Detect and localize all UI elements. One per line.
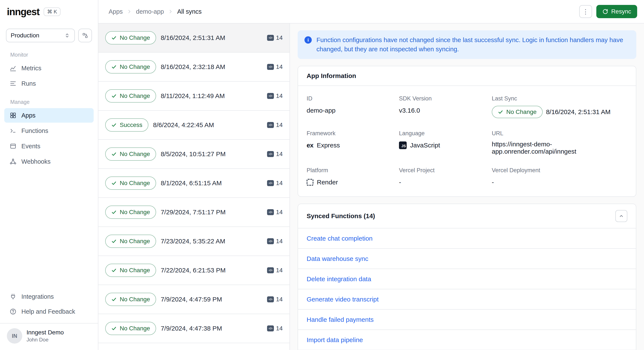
function-count-value: 14 bbox=[276, 209, 283, 216]
plug-icon bbox=[10, 293, 17, 300]
field-label: SDK Version bbox=[399, 95, 488, 102]
function-count-badge: </> 14 bbox=[267, 209, 283, 216]
synced-function-link[interactable]: Create chat completion bbox=[306, 235, 373, 242]
field-value: No Change 8/16/2024, 2:51:31 AM bbox=[492, 106, 627, 118]
environments-button[interactable] bbox=[78, 29, 92, 42]
sidebar-item-label: Webhooks bbox=[22, 158, 51, 165]
command-k-shortcut[interactable]: ⌘ K bbox=[44, 7, 60, 16]
sync-status-label: No Change bbox=[120, 296, 150, 303]
sync-row[interactable]: No Change 7/29/2024, 7:51:17 PM </> 14 bbox=[98, 198, 290, 227]
sidebar-item-integrations[interactable]: Integrations bbox=[4, 289, 94, 304]
synced-functions-card: Synced Functions (14) Create chat comple… bbox=[298, 204, 636, 350]
field-label: URL bbox=[492, 130, 627, 137]
check-icon bbox=[111, 239, 117, 244]
function-count-icon: </> bbox=[267, 35, 274, 41]
function-count-icon: </> bbox=[267, 122, 274, 128]
function-count-icon: </> bbox=[267, 180, 274, 186]
sync-row[interactable]: Success 8/6/2024, 4:22:45 AM </> 14 bbox=[98, 111, 290, 140]
check-icon bbox=[111, 297, 117, 302]
check-icon bbox=[111, 151, 117, 157]
topbar: Apps demo-app All syncs ⋮ Resy bbox=[98, 0, 644, 23]
synced-function-link[interactable]: Data warehouse sync bbox=[306, 255, 368, 262]
sync-detail-pane: i Function configurations have not chang… bbox=[290, 23, 644, 350]
sync-timestamp: 7/29/2024, 7:51:17 PM bbox=[161, 209, 226, 216]
sync-timestamp: 8/5/2024, 10:51:27 PM bbox=[161, 150, 226, 158]
question-circle-icon bbox=[10, 308, 17, 315]
sync-timestamp: 7/9/2024, 4:47:38 PM bbox=[161, 325, 222, 332]
sync-row[interactable]: No Change 7/9/2024, 4:09:07 PM </> 14 bbox=[98, 343, 290, 350]
sync-row[interactable]: No Change 8/16/2024, 2:51:31 AM </> 14 bbox=[98, 23, 290, 52]
synced-function-link[interactable]: Delete integration data bbox=[306, 275, 371, 283]
function-count-value: 14 bbox=[276, 296, 283, 303]
field-label: Last Sync bbox=[492, 95, 627, 102]
sidebar-item-label: Runs bbox=[22, 80, 36, 87]
app-information-grid: ID demo-app SDK Version v3.16.0 Last Syn… bbox=[298, 86, 636, 196]
sidebar-item-runs[interactable]: Runs bbox=[4, 76, 94, 91]
function-count-badge: </> 14 bbox=[267, 325, 283, 332]
field-vercel-project: Vercel Project - bbox=[399, 167, 488, 187]
synced-function-link[interactable]: Generate video transcript bbox=[306, 296, 379, 303]
sync-row[interactable]: No Change 8/5/2024, 10:51:27 PM </> 14 bbox=[98, 140, 290, 169]
express-icon: ex bbox=[306, 142, 313, 149]
field-value: - bbox=[399, 178, 488, 187]
function-count-badge: </> 14 bbox=[267, 267, 283, 274]
resync-button-label: Resync bbox=[611, 8, 631, 15]
synced-function-row: Delete integration data bbox=[298, 269, 636, 289]
collapse-button[interactable] bbox=[615, 210, 627, 222]
sync-status-badge: No Change bbox=[105, 89, 156, 103]
sidebar-item-apps[interactable]: Apps bbox=[4, 108, 94, 123]
last-sync-status-label: No Change bbox=[506, 108, 537, 115]
monitor-section-label: Monitor bbox=[0, 44, 98, 60]
environment-select-value: Production bbox=[11, 32, 39, 39]
field-framework: Framework ex Express bbox=[306, 130, 395, 155]
synced-function-row: Data warehouse sync bbox=[298, 249, 636, 269]
sync-status-label: No Change bbox=[120, 34, 150, 41]
sync-row[interactable]: No Change 7/9/2024, 4:47:38 PM </> 14 bbox=[98, 314, 290, 343]
info-icon: i bbox=[304, 36, 312, 43]
breadcrumb-apps[interactable]: Apps bbox=[108, 8, 123, 15]
field-label: Vercel Project bbox=[399, 167, 488, 174]
sync-row[interactable]: No Change 8/11/2024, 1:12:49 AM </> 14 bbox=[98, 82, 290, 111]
sidebar-item-events[interactable]: Events bbox=[4, 139, 94, 153]
function-count-value: 14 bbox=[276, 63, 283, 70]
events-window-icon bbox=[10, 142, 17, 150]
sidebar-item-functions[interactable]: Functions bbox=[4, 123, 94, 138]
function-count-value: 14 bbox=[276, 267, 283, 274]
check-icon bbox=[111, 180, 117, 186]
field-vercel-deployment: Vercel Deployment - bbox=[492, 167, 627, 187]
sync-row[interactable]: No Change 8/1/2024, 6:51:15 AM </> 14 bbox=[98, 169, 290, 198]
apps-grid-icon bbox=[10, 112, 17, 119]
breadcrumb-demo-app[interactable]: demo-app bbox=[136, 8, 164, 15]
sidebar-footer: Integrations Help and Feedback IN Innges… bbox=[0, 289, 98, 350]
sidebar-item-webhooks[interactable]: Webhooks bbox=[4, 154, 94, 169]
sync-row[interactable]: No Change 7/9/2024, 4:47:59 PM </> 14 bbox=[98, 285, 290, 314]
synced-function-link[interactable]: Handle failed payments bbox=[306, 316, 374, 323]
language-value: JavaScript bbox=[410, 142, 440, 149]
function-count-badge: </> 14 bbox=[267, 180, 283, 187]
sync-row[interactable]: No Change 8/16/2024, 2:32:18 AM </> 14 bbox=[98, 52, 290, 82]
sync-status-label: No Change bbox=[120, 238, 150, 245]
sidebar-item-metrics[interactable]: Metrics bbox=[4, 61, 94, 75]
sidebar-item-label: Metrics bbox=[22, 65, 41, 72]
function-count-value: 14 bbox=[276, 325, 283, 332]
sync-row[interactable]: No Change 7/23/2024, 5:35:22 AM </> 14 bbox=[98, 227, 290, 256]
last-sync-status-badge: No Change bbox=[492, 106, 543, 118]
user-subname: John Doe bbox=[26, 337, 64, 343]
sync-timestamp: 8/11/2024, 1:12:49 AM bbox=[161, 92, 225, 100]
sidebar-item-help[interactable]: Help and Feedback bbox=[4, 304, 94, 319]
refresh-icon bbox=[602, 8, 608, 14]
synced-function-link[interactable]: Import data pipeline bbox=[306, 336, 363, 343]
more-options-button[interactable]: ⋮ bbox=[579, 5, 592, 18]
sync-row[interactable]: No Change 7/22/2024, 6:21:53 PM </> 14 bbox=[98, 256, 290, 285]
kebab-icon: ⋮ bbox=[582, 8, 589, 15]
sync-status-label: No Change bbox=[120, 92, 150, 99]
function-count-icon: </> bbox=[267, 151, 274, 157]
sync-list: No Change 8/16/2024, 2:51:31 AM </> 14 bbox=[98, 23, 290, 350]
environment-select[interactable]: Production bbox=[6, 29, 75, 42]
field-sdk-version: SDK Version v3.16.0 bbox=[399, 95, 488, 118]
resync-button[interactable]: Resync bbox=[596, 5, 637, 18]
user-menu[interactable]: IN Inngest Demo John Doe bbox=[0, 323, 98, 348]
sidebar-item-label: Apps bbox=[22, 112, 36, 119]
sync-status-label: No Change bbox=[120, 151, 150, 157]
sync-timestamp: 8/1/2024, 6:51:15 AM bbox=[161, 179, 222, 187]
